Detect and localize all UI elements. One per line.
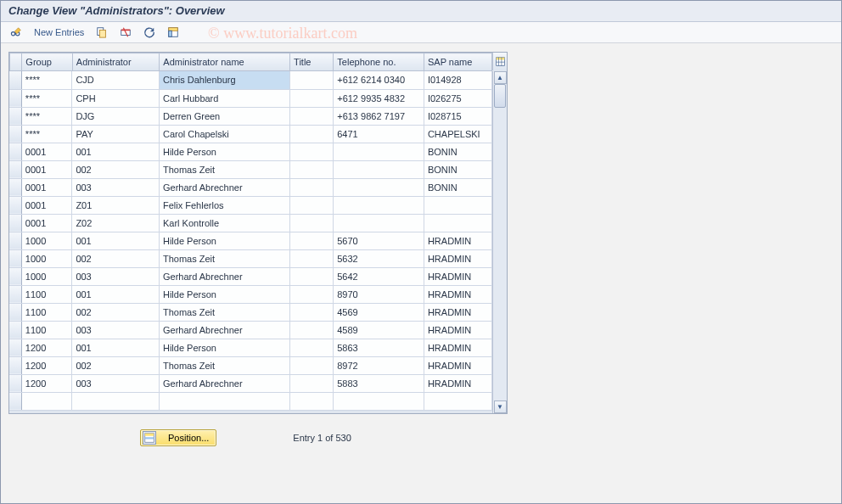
cell-name[interactable]: Gerhard Abrechner: [159, 178, 289, 196]
row-selector[interactable]: [9, 107, 21, 125]
cell-sap[interactable]: [424, 214, 491, 232]
cell-tel[interactable]: 5670: [334, 232, 424, 249]
cell-tel[interactable]: 8972: [334, 356, 424, 374]
cell-tel[interactable]: 5863: [334, 339, 424, 356]
cell-sap[interactable]: BONIN: [424, 160, 491, 178]
cell-tel[interactable]: [334, 214, 424, 232]
row-selector[interactable]: [9, 71, 21, 89]
row-selector[interactable]: [9, 356, 21, 374]
cell-group[interactable]: 1100: [21, 303, 72, 321]
cell-sap[interactable]: HRADMIN: [424, 303, 491, 321]
table-settings-button[interactable]: [492, 53, 507, 70]
cell-admin[interactable]: Z02: [72, 214, 160, 232]
cell-tel[interactable]: 5883: [334, 374, 424, 392]
cell-title[interactable]: [289, 107, 333, 125]
cell-tel[interactable]: 5642: [334, 267, 424, 285]
cell-sap[interactable]: HRADMIN: [424, 285, 491, 303]
cell-title[interactable]: [289, 303, 333, 321]
cell-name[interactable]: Thomas Zeit: [159, 356, 289, 374]
cell-admin[interactable]: 001: [72, 143, 160, 160]
cell-sap[interactable]: HRADMIN: [424, 321, 491, 339]
delete-button[interactable]: [116, 25, 135, 39]
scroll-down-button[interactable]: ▼: [494, 400, 507, 413]
cell-name[interactable]: Hilde Person: [159, 143, 289, 160]
cell-admin[interactable]: CPH: [72, 89, 160, 107]
cell-group[interactable]: 0001: [21, 178, 72, 196]
row-selector[interactable]: [9, 321, 21, 339]
position-button[interactable]: Position...: [140, 429, 216, 446]
copy-as-button[interactable]: [93, 25, 111, 39]
cell-group[interactable]: 0001: [21, 143, 72, 160]
cell-admin[interactable]: DJG: [72, 107, 160, 125]
vertical-scrollbar[interactable]: ▲ ▼: [492, 71, 507, 413]
cell-group[interactable]: ****: [21, 107, 72, 125]
cell-sap[interactable]: BONIN: [424, 178, 491, 196]
cell-admin[interactable]: 002: [72, 160, 160, 178]
cell-group[interactable]: 1200: [21, 356, 72, 374]
cell-admin[interactable]: 002: [72, 356, 160, 374]
cell-admin[interactable]: PAY: [72, 125, 160, 143]
cell-tel[interactable]: +613 9862 7197: [334, 107, 424, 125]
row-selector[interactable]: [9, 303, 21, 321]
cell-group[interactable]: 1200: [21, 339, 72, 356]
cell-title[interactable]: [289, 267, 333, 285]
cell-name[interactable]: Carol Chapelski: [159, 125, 289, 143]
cell-name[interactable]: Carl Hubbard: [159, 89, 289, 107]
select-all-button[interactable]: [164, 25, 182, 39]
cell-admin[interactable]: 003: [72, 374, 160, 392]
cell-title[interactable]: [289, 89, 333, 107]
row-selector[interactable]: [9, 214, 21, 232]
cell-group[interactable]: 1000: [21, 232, 72, 249]
cell-name[interactable]: Hilde Person: [159, 285, 289, 303]
cell-tel[interactable]: +612 6214 0340: [334, 71, 424, 89]
cell-group[interactable]: ****: [21, 125, 72, 143]
cell-sap[interactable]: HRADMIN: [424, 374, 491, 392]
cell-group[interactable]: 1000: [21, 249, 72, 267]
cell-title[interactable]: [289, 214, 333, 232]
row-selector[interactable]: [9, 160, 21, 178]
cell-title[interactable]: [289, 356, 333, 374]
cell-sap[interactable]: HRADMIN: [424, 249, 491, 267]
cell-group[interactable]: 1100: [21, 321, 72, 339]
cell-sap[interactable]: [424, 196, 491, 214]
cell-name[interactable]: Thomas Zeit: [159, 249, 289, 267]
new-entries-button[interactable]: New Entries: [31, 26, 87, 38]
column-header-admin-name[interactable]: Administrator name: [160, 53, 290, 71]
cell-tel[interactable]: [334, 196, 424, 214]
row-selector[interactable]: [9, 143, 21, 160]
cell-sap[interactable]: I028715: [424, 107, 491, 125]
cell-name[interactable]: Hilde Person: [159, 339, 289, 356]
row-selector[interactable]: [9, 125, 21, 143]
cell-tel[interactable]: 6471: [334, 125, 424, 143]
cell-sap[interactable]: I014928: [424, 71, 491, 89]
cell-group[interactable]: 1200: [21, 374, 72, 392]
cell-tel[interactable]: +612 9935 4832: [334, 89, 424, 107]
row-selector[interactable]: [9, 232, 21, 249]
cell-tel[interactable]: [334, 160, 424, 178]
cell-group[interactable]: ****: [21, 89, 72, 107]
cell-admin[interactable]: 001: [72, 339, 160, 356]
cell-title[interactable]: [289, 71, 333, 89]
cell-name[interactable]: Gerhard Abrechner: [159, 374, 289, 392]
cell-name[interactable]: Chris Dahlenburg: [159, 71, 289, 89]
row-selector[interactable]: [9, 339, 21, 356]
row-selector[interactable]: [9, 89, 21, 107]
cell-name[interactable]: Felix Fehlerlos: [159, 196, 289, 214]
cell-admin[interactable]: 002: [72, 249, 160, 267]
cell-sap[interactable]: CHAPELSKI: [424, 125, 491, 143]
column-header-sap-name[interactable]: SAP name: [424, 53, 491, 71]
cell-name[interactable]: Derren Green: [159, 107, 289, 125]
cell-title[interactable]: [289, 160, 333, 178]
cell-sap[interactable]: HRADMIN: [424, 232, 491, 249]
scroll-up-button[interactable]: ▲: [494, 71, 507, 84]
cell-sap[interactable]: HRADMIN: [424, 339, 491, 356]
cell-title[interactable]: [289, 374, 333, 392]
cell-group[interactable]: 1000: [21, 267, 72, 285]
cell-group[interactable]: 1100: [21, 285, 72, 303]
cell-name[interactable]: Thomas Zeit: [159, 160, 289, 178]
cell-admin[interactable]: 001: [72, 285, 160, 303]
cell-name[interactable]: Gerhard Abrechner: [159, 321, 289, 339]
row-selector[interactable]: [9, 196, 21, 214]
row-selector[interactable]: [9, 374, 21, 392]
cell-name[interactable]: Hilde Person: [159, 232, 289, 249]
